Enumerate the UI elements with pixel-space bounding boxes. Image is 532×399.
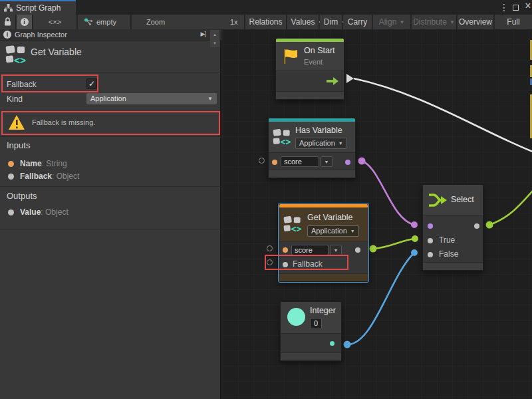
- graph-canvas[interactable]: On Start Event <> Has Variable Applicati…: [223, 29, 532, 399]
- svg-text:<>: <>: [280, 137, 291, 147]
- lock-button[interactable]: [0, 15, 16, 29]
- wire-endpoint: [358, 158, 366, 165]
- kind-dropdown-icon: ▼: [207, 93, 213, 104]
- wire-bool: [362, 161, 414, 225]
- false-input-port[interactable]: [428, 252, 433, 257]
- int-output-port[interactable]: [330, 341, 334, 346]
- name-field-dropdown[interactable]: ▼: [330, 245, 342, 255]
- spinner-down-icon[interactable]: ▼: [213, 41, 217, 45]
- true-input-port[interactable]: [428, 238, 433, 243]
- carry-button[interactable]: Carry: [343, 15, 372, 29]
- select-body: True False: [423, 215, 483, 263]
- kind-value: Application: [311, 227, 347, 235]
- wire-endpoint: [370, 245, 377, 253]
- window-maximize-icon[interactable]: [513, 5, 519, 11]
- overview-button[interactable]: Overview: [458, 15, 494, 29]
- svg-text:<>: <>: [291, 224, 301, 234]
- values-button[interactable]: Values: [287, 15, 319, 29]
- variable-icon: <>: [283, 214, 303, 234]
- input-type: : String: [42, 159, 67, 168]
- wire-object: [373, 239, 415, 249]
- wire-flow: [354, 78, 532, 152]
- name-input-port[interactable]: [283, 247, 288, 253]
- false-port-label: False: [439, 249, 458, 259]
- code-preview-button[interactable]: <×>: [33, 15, 77, 29]
- name-input-port[interactable]: [272, 160, 277, 165]
- input-name: Fallback: [20, 172, 52, 181]
- kind-value: Application: [299, 139, 335, 147]
- relations-button[interactable]: Relations: [245, 15, 287, 29]
- node-select[interactable]: Select True False: [422, 184, 483, 271]
- node-get-variable[interactable]: <> Get Variable Application▼ score ▼ Fal…: [279, 203, 368, 282]
- on-start-subtitle: Event: [304, 58, 323, 66]
- panel-dock-icon[interactable]: ▶]: [201, 31, 205, 37]
- name-field[interactable]: score: [281, 156, 319, 167]
- wire-endpoint: [412, 235, 418, 242]
- fallback-port-annotation-box: [265, 255, 348, 270]
- string-port-dot: [8, 161, 14, 167]
- divider: [0, 186, 221, 187]
- on-start-footer: [276, 91, 344, 99]
- flag-icon: [283, 49, 299, 64]
- divider: [0, 229, 221, 229]
- integer-icon: [287, 308, 305, 326]
- kind-select[interactable]: Application ▼: [86, 93, 217, 104]
- has-variable-body: score ▼: [269, 152, 355, 171]
- lock-icon: [4, 17, 11, 26]
- on-start-body: [276, 70, 344, 91]
- input-name: Name: [20, 159, 42, 168]
- object-port-dot: [8, 174, 14, 180]
- spinner-up-icon[interactable]: ▲: [213, 33, 217, 37]
- input-row-name: Name: String: [8, 159, 67, 168]
- full-screen-button[interactable]: Full Screen: [495, 15, 532, 29]
- value-output-port[interactable]: [355, 247, 360, 253]
- flow-connection-arrow: [346, 74, 354, 83]
- flow-output-port[interactable]: [327, 77, 338, 85]
- align-button[interactable]: Align▼: [373, 15, 411, 29]
- inputs-title: Inputs: [7, 140, 30, 150]
- on-start-title: On Start: [304, 46, 335, 55]
- node-has-variable[interactable]: <> Has Variable Application▼ score ▼: [268, 118, 356, 178]
- has-variable-header: <> Has Variable Application▼: [269, 122, 355, 152]
- warning-text: Fallback is missing.: [32, 118, 95, 126]
- window-tab-bar: Script Graph ⋮ ×: [0, 0, 532, 15]
- tab-script-graph[interactable]: Script Graph: [0, 0, 76, 15]
- dim-label: Dim: [324, 17, 338, 27]
- condition-input-port[interactable]: [428, 223, 433, 229]
- distribute-dropdown-icon: ▼: [450, 19, 455, 25]
- dim-button[interactable]: Dim: [320, 15, 342, 29]
- graph-icon: [4, 4, 13, 12]
- bool-output-port[interactable]: [345, 160, 350, 165]
- svg-text:<>: <>: [14, 55, 26, 65]
- empty-graph-icon: [84, 18, 93, 26]
- zoom-label: Zoom: [146, 15, 165, 29]
- wire-endpoint: [411, 249, 418, 256]
- selection-output-port[interactable]: [474, 223, 479, 229]
- has-variable-kind-dropdown[interactable]: Application▼: [295, 138, 347, 149]
- wire-select-output: [489, 191, 532, 225]
- name-field-dropdown[interactable]: ▼: [321, 156, 332, 167]
- select-title: Select: [451, 195, 474, 204]
- panel-spinner[interactable]: ▲ ▼: [210, 30, 219, 47]
- inspector-info-icon: i: [3, 31, 11, 39]
- node-on-start[interactable]: On Start Event: [275, 38, 344, 100]
- window-menu-icon[interactable]: ⋮: [499, 2, 509, 13]
- integer-value-field[interactable]: 0: [310, 318, 322, 329]
- zoom-control: Zoom 1x: [132, 15, 245, 29]
- distribute-button[interactable]: Distribute▼: [412, 15, 457, 29]
- get-variable-kind-dropdown[interactable]: Application▼: [307, 225, 359, 237]
- wire-endpoint: [411, 221, 418, 228]
- object-port-dot: [8, 209, 14, 215]
- window-close-icon[interactable]: ×: [523, 1, 532, 11]
- dropdown-icon: ▼: [334, 248, 338, 253]
- select-footer: [423, 262, 483, 270]
- warning-icon: [8, 114, 25, 130]
- inspector-toggle-button[interactable]: i: [17, 15, 33, 29]
- select-icon: [428, 192, 447, 208]
- name-field[interactable]: score: [291, 245, 329, 255]
- wire-layer: [223, 29, 532, 399]
- carry-label: Carry: [348, 17, 367, 27]
- integer-title: Integer: [310, 306, 336, 315]
- node-integer[interactable]: Integer 0: [280, 301, 342, 361]
- graph-reference-button[interactable]: empty: [78, 15, 131, 29]
